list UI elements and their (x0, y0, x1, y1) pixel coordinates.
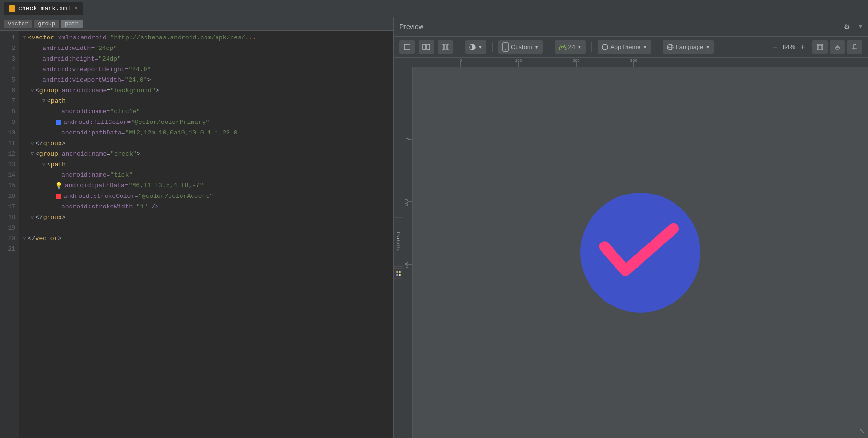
ruler-left: 0 100 200 (403, 67, 413, 438)
collapse-icon-13[interactable]: ▽ (42, 159, 45, 170)
toolbar-separator-1 (459, 42, 459, 52)
collapse-icon-12[interactable]: ▽ (31, 149, 34, 159)
code-line-7: ▽ <path (23, 96, 389, 107)
code-text-8: android:name="circle" (61, 107, 140, 117)
api-dropdown[interactable]: 24 ▼ (555, 40, 586, 54)
corner-tl-h (516, 128, 519, 128)
theme-mode-dropdown[interactable]: ▼ (465, 40, 486, 54)
code-line-11: ▽ </group> (23, 138, 389, 149)
bulb-icon-15[interactable]: 💡 (55, 181, 63, 191)
svg-text:0: 0 (459, 58, 462, 63)
collapse-icon-7[interactable]: ▽ (42, 96, 45, 107)
apptheme-dropdown[interactable]: AppTheme ▼ (598, 40, 651, 54)
code-text-16: android:strokeColor="@color/colorAccent" (63, 191, 213, 202)
pan-tool-button[interactable] (830, 40, 845, 54)
code-line-16: android:strokeColor="@color/colorAccent" (23, 191, 389, 202)
code-line-5: android:viewportWidth="24.0"> (23, 75, 389, 85)
svg-rect-1 (423, 44, 426, 50)
preview-panel: Preview ⚙ ▼ ▼ (394, 17, 868, 438)
fit-screen-button[interactable] (812, 40, 828, 54)
svg-point-21 (399, 271, 401, 273)
breadcrumb-vector[interactable]: vector (4, 20, 32, 28)
ruler-top: 0 100 200 300 (403, 58, 868, 67)
phone-icon (502, 42, 509, 52)
svg-rect-4 (445, 44, 446, 50)
code-text-9: android:fillColor="@color/colorPrimary" (63, 117, 209, 128)
code-text-2: android:width="24dp" (42, 43, 117, 54)
tab-filename: check_mark.xml (18, 5, 71, 12)
code-line-2: android:width="24dp" (23, 43, 389, 54)
zoom-out-button[interactable]: − (769, 41, 781, 53)
code-line-6: ▽ <group android:name="background"> (23, 85, 389, 96)
language-label: Language (675, 43, 703, 50)
code-text-10: android:pathData="M12,12m-10,0a10,10 0,1… (61, 128, 249, 138)
svg-point-8 (505, 49, 506, 50)
svg-point-9 (559, 46, 566, 50)
resize-indicator: ⤡ (859, 427, 865, 435)
breadcrumb-bar: vector group path (0, 17, 393, 31)
fit-screen-icon (817, 44, 823, 50)
language-dropdown[interactable]: Language ▼ (663, 40, 714, 54)
dual-layout-btn[interactable] (419, 40, 434, 54)
toolbar-separator-5 (657, 42, 657, 52)
android-icon (559, 44, 567, 50)
editor-tab[interactable]: check_mark.xml × (4, 2, 83, 15)
bell-icon (851, 44, 858, 50)
breadcrumb-group[interactable]: group (34, 20, 59, 28)
collapse-icon-1[interactable]: ▽ (23, 33, 26, 43)
color-dot-blue (56, 120, 61, 125)
chevron-down-icon: ▼ (478, 44, 482, 49)
code-line-4: android:viewportHeight="24.0" (23, 64, 389, 75)
settings-dropdown-arrow[interactable]: ▼ (859, 24, 862, 30)
corner-tl-v (516, 128, 516, 132)
code-line-13: ▽ <path (23, 159, 389, 170)
breadcrumb-path[interactable]: path (61, 20, 83, 28)
drawable-preview (568, 181, 712, 325)
zoom-controls: − 84% + (769, 40, 862, 54)
code-line-12: ▽ <group android:name="check"> (23, 149, 389, 159)
collapse-icon-20[interactable]: ▽ (23, 233, 26, 244)
code-line-8: android:name="circle" (23, 107, 389, 117)
code-text-11: </group> (36, 138, 65, 149)
code-text-7: <path (47, 96, 66, 107)
settings-button[interactable]: ⚙ (840, 20, 855, 34)
toolbar-separator-2 (492, 42, 493, 52)
svg-text:0: 0 (405, 138, 410, 140)
svg-point-13 (563, 47, 564, 48)
palette-extra-icon[interactable] (394, 269, 403, 279)
code-text-20: </vector> (28, 233, 61, 244)
code-text-14: android:name="tick" (61, 170, 133, 181)
svg-point-23 (399, 274, 401, 276)
svg-rect-5 (447, 44, 449, 50)
collapse-icon-11[interactable]: ▽ (31, 138, 34, 149)
code-line-3: android:height="24dp" (23, 54, 389, 64)
svg-text:100: 100 (404, 199, 409, 206)
hand-icon (834, 44, 841, 50)
collapse-icon-18[interactable]: ▽ (31, 212, 34, 223)
triple-layout-btn[interactable] (438, 40, 453, 54)
code-line-1: ▽ <vector xmlns:android="http://schemas.… (23, 33, 389, 43)
canvas-inner (413, 67, 868, 438)
single-layout-btn[interactable] (399, 40, 415, 54)
preview-canvas-wrapper: Palette 0 100 (394, 58, 868, 438)
preview-canvas[interactable]: ⤡ (413, 67, 868, 438)
device-dropdown[interactable]: Custom ▼ (498, 40, 543, 54)
code-line-21 (23, 244, 389, 255)
svg-rect-19 (818, 45, 822, 49)
notification-button[interactable] (847, 40, 862, 54)
palette-tab-container: Palette (394, 217, 403, 278)
custom-label: Custom (511, 43, 532, 50)
corner-bl-h (516, 377, 519, 377)
tab-close-button[interactable]: × (74, 5, 78, 12)
theme-mode-icon (469, 44, 476, 50)
code-text-17: android:strokeWidth="1" /> (61, 202, 159, 212)
corner-tr-v (765, 128, 765, 132)
code-text-4: android:viewportHeight="24.0" (42, 64, 151, 75)
xml-file-icon (9, 5, 15, 12)
zoom-in-button[interactable]: + (797, 41, 808, 53)
palette-tab[interactable]: Palette (394, 217, 403, 267)
code-line-9: android:fillColor="@color/colorPrimary" (23, 117, 389, 128)
collapse-icon-6[interactable]: ▽ (31, 85, 34, 96)
svg-text:200: 200 (404, 261, 409, 268)
code-text-3: android:height="24dp" (42, 54, 121, 64)
